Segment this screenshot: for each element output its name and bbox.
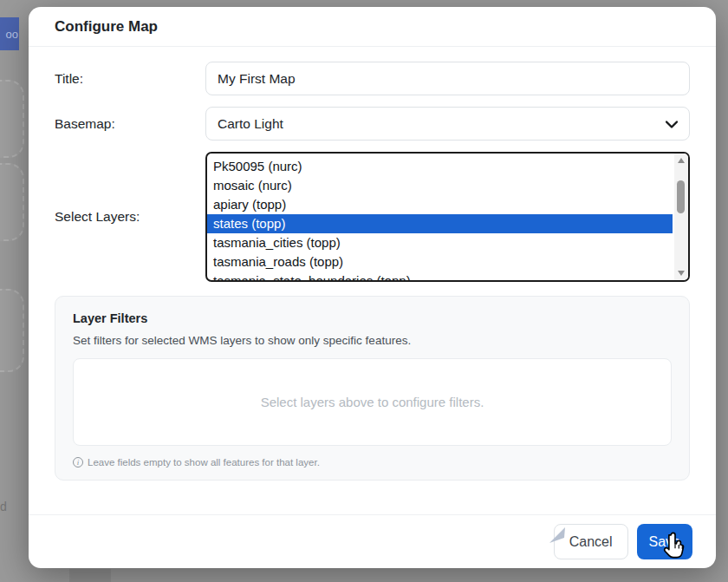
basemap-selected-value: Carto Light: [218, 116, 283, 132]
background-text-fragment: d: [0, 500, 7, 513]
layers-scrollbar[interactable]: [674, 154, 688, 280]
hand-cursor-icon: [659, 531, 692, 569]
layer-option[interactable]: tasmania_cities (topp): [207, 233, 673, 252]
layer-option[interactable]: Pk50095 (nurc): [207, 157, 673, 176]
layer-option[interactable]: mosaic (nurc): [207, 176, 673, 195]
dialog-body: Title: Basemap: Carto Light Select Layer…: [29, 47, 716, 481]
dialog-title: Configure Map: [55, 18, 158, 36]
background-button-text: oo: [6, 28, 18, 41]
info-icon: i: [73, 457, 83, 468]
background-card: [0, 289, 24, 372]
basemap-select[interactable]: Carto Light: [205, 107, 690, 141]
configure-map-dialog: Configure Map Title: Basemap: Carto Ligh…: [29, 7, 716, 568]
basemap-row: Basemap: Carto Light: [55, 107, 690, 141]
basemap-label: Basemap:: [55, 116, 205, 132]
background-block-fragment: [69, 569, 111, 582]
filters-empty-state: Select layers above to configure filters…: [73, 358, 672, 446]
scrollbar-thumb[interactable]: [677, 180, 685, 213]
ghost-arrow-icon: [546, 524, 567, 550]
filters-note-text: Leave fields empty to show all features …: [88, 457, 320, 468]
layer-filters-panel: Layer Filters Set filters for selected W…: [55, 296, 690, 481]
layers-option-list: Pk50095 (nurc)mosaic (nurc)apiary (topp)…: [207, 154, 673, 282]
layer-filters-heading: Layer Filters: [73, 311, 672, 325]
background-card: [0, 163, 24, 241]
background-button-fragment: oo: [0, 17, 19, 50]
layer-option[interactable]: states (topp): [207, 214, 673, 233]
dialog-header: Configure Map: [29, 7, 716, 47]
background-card: [0, 80, 24, 158]
chevron-down-icon: [666, 116, 678, 132]
layers-row: Select Layers: Pk50095 (nurc)mosaic (nur…: [55, 152, 690, 282]
title-row: Title:: [55, 62, 690, 95]
layers-multiselect[interactable]: Pk50095 (nurc)mosaic (nurc)apiary (topp)…: [205, 152, 690, 282]
scroll-up-icon[interactable]: [678, 158, 685, 163]
dialog-footer: Cancel Save: [29, 514, 716, 568]
scroll-down-icon[interactable]: [678, 271, 685, 276]
layer-option[interactable]: apiary (topp): [207, 195, 673, 214]
filters-empty-text: Select layers above to configure filters…: [261, 395, 484, 409]
layer-option[interactable]: tasmania_state_boundaries (topp): [207, 271, 673, 282]
filters-note: i Leave fields empty to show all feature…: [73, 457, 672, 468]
title-input[interactable]: [205, 62, 690, 95]
layers-label: Select Layers:: [55, 209, 205, 225]
title-label: Title:: [55, 71, 205, 87]
screen: oo d Configure Map Title: Basemap: Carto…: [0, 0, 728, 582]
layer-option[interactable]: tasmania_roads (topp): [207, 252, 673, 271]
layer-filters-description: Set filters for selected WMS layers to s…: [73, 334, 672, 347]
